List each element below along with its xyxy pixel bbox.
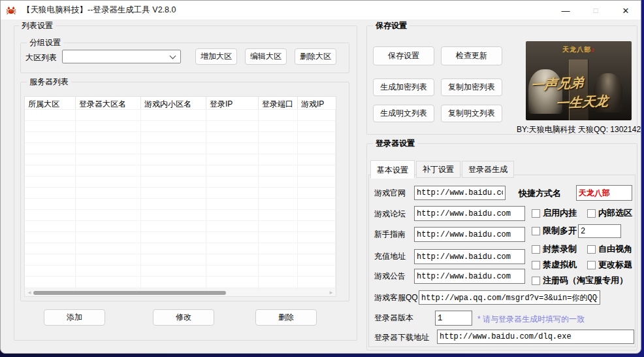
grid-line: [75, 110, 76, 288]
column-header-launcher-region[interactable]: 登录器大区名: [76, 97, 141, 109]
region-select[interactable]: [62, 50, 181, 63]
grid-line: [258, 110, 259, 288]
modify-server-button[interactable]: 修改: [153, 309, 214, 326]
scroll-right-icon[interactable]: ►: [329, 290, 334, 296]
add-server-button[interactable]: 添加: [44, 309, 105, 326]
banner-slogan-line2: 一生天龙: [555, 92, 609, 112]
column-header-game-ip[interactable]: 游戏IP: [298, 97, 336, 109]
grid-line: [297, 110, 298, 288]
server-table-header: 所属大区 登录器大区名 游戏内小区名 登录IP 登录端口 游戏IP: [25, 97, 336, 110]
window-controls: — □ ✕: [551, 1, 641, 20]
launcher-tabs: 基本设置 补丁设置 登录器生成: [370, 160, 515, 178]
delete-region-button[interactable]: 删除大区: [295, 48, 336, 65]
author-byline: BY:天狼电脑科技 天狼QQ: 13021424: [517, 124, 637, 135]
grid-line: [206, 110, 206, 288]
scrollbar-thumb[interactable]: [33, 291, 226, 295]
banner-slogan-line1: 一声兄弟: [530, 74, 584, 94]
maximize-button[interactable]: □: [581, 1, 611, 20]
promo-banner-image: 天龙八部2 一声兄弟 一生天龙: [526, 41, 632, 120]
copy-encrypted-list-button[interactable]: 复制加密列表: [441, 78, 502, 96]
column-header-login-port[interactable]: 登录端口: [259, 97, 298, 109]
add-region-button[interactable]: 增加大区: [195, 48, 237, 65]
tab-basic-settings[interactable]: 基本设置: [370, 160, 415, 178]
title-bar: 【天狼电脑科技】--登录器生成工具 V2.8.0 — □ ✕: [1, 1, 641, 20]
chevron-down-icon: [170, 53, 176, 60]
crab-app-icon: [6, 5, 16, 16]
tab-panel: [368, 175, 636, 347]
column-header-login-ip[interactable]: 登录IP: [206, 97, 259, 109]
scroll-left-icon[interactable]: ◄: [27, 290, 32, 296]
minimize-button[interactable]: —: [551, 1, 581, 20]
window-title: 【天狼电脑科技】--登录器生成工具 V2.8.0: [22, 5, 176, 16]
grid-line: [335, 110, 336, 288]
region-list-label: 大区列表: [25, 53, 57, 63]
grid-line: [140, 110, 141, 288]
edit-region-button[interactable]: 编辑大区: [245, 48, 287, 65]
generate-encrypted-list-button[interactable]: 生成加密列表: [373, 78, 434, 96]
generate-plain-list-button[interactable]: 生成明文列表: [373, 105, 434, 122]
close-button[interactable]: ✕: [611, 1, 641, 20]
save-settings-label: 保存设置: [373, 21, 410, 30]
server-table: 所属大区 登录器大区名 游戏内小区名 登录IP 登录端口 游戏IP ◄ ►: [24, 96, 336, 297]
group-settings-label: 分组设置: [27, 38, 63, 47]
game-logo: 天龙八部2: [526, 45, 632, 54]
column-header-ingame-zone[interactable]: 游戏内小区名: [141, 97, 206, 109]
delete-server-button[interactable]: 删除: [255, 309, 317, 326]
save-settings-button[interactable]: 保存设置: [373, 46, 434, 65]
column-header-region[interactable]: 所属大区: [25, 97, 76, 109]
server-table-body[interactable]: [25, 110, 336, 288]
tab-patch-settings[interactable]: 补丁设置: [416, 161, 460, 178]
tab-launcher-generate[interactable]: 登录器生成: [462, 161, 514, 178]
copy-plain-list-button[interactable]: 复制明文列表: [441, 105, 502, 122]
launcher-settings-label: 登录器设置: [373, 139, 417, 148]
server-list-label: 服务器列表: [27, 77, 71, 86]
app-window: 【天狼电脑科技】--登录器生成工具 V2.8.0 — □ ✕ 列表设置 分组设置…: [0, 0, 641, 354]
horizontal-scrollbar[interactable]: ◄ ►: [25, 288, 336, 296]
list-settings-label: 列表设置: [19, 21, 56, 30]
check-update-button[interactable]: 检查更新: [441, 46, 502, 65]
